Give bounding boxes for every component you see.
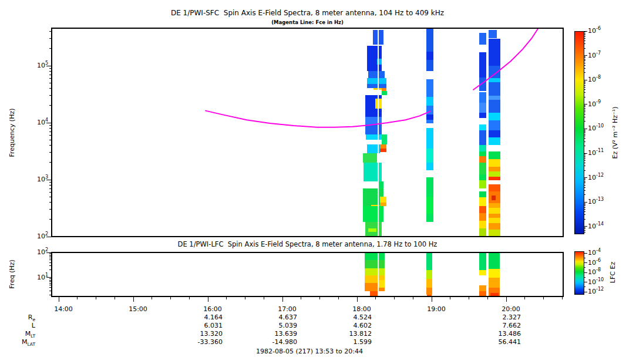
orbit-value: 6.031 xyxy=(170,322,223,329)
spectrogram-cell xyxy=(426,252,432,270)
orbit-row-label: L xyxy=(6,322,35,329)
spectrogram-cell xyxy=(489,66,500,78)
spectrogram-cell xyxy=(426,288,432,295)
spectrogram-cell xyxy=(363,206,383,222)
y-tick-label: 101 xyxy=(27,273,48,281)
spectrogram-cell xyxy=(363,188,383,206)
colorbar-tick-label: 10-9 xyxy=(588,100,614,107)
orbit-row-label: MLT xyxy=(6,331,35,339)
x-tick-label: 19:00 xyxy=(419,306,454,312)
spectrogram-cell xyxy=(479,206,486,214)
spectrogram-cell xyxy=(426,197,433,214)
orbit-value: 4.524 xyxy=(319,314,372,321)
y-tick-label: 102 xyxy=(27,232,48,240)
spectrogram-cell xyxy=(489,278,500,288)
spectrogram-cell xyxy=(479,33,486,45)
orbit-value: 4.164 xyxy=(170,314,223,321)
spectrogram-cell xyxy=(365,268,385,275)
spectrogram-cell xyxy=(479,103,486,113)
spectrogram-cell xyxy=(489,113,500,121)
spectrogram-cell xyxy=(426,279,432,288)
spectrogram-cell xyxy=(489,171,500,177)
spectrogram-cell xyxy=(489,269,500,278)
spectrogram-cell xyxy=(489,96,500,100)
x-tick-label: 18:00 xyxy=(344,306,379,312)
spectrogram-cell xyxy=(479,221,486,229)
colorbar-tick-label: 10-4 xyxy=(588,248,617,256)
spectrogram-cell xyxy=(426,52,433,60)
orbit-value: 13.639 xyxy=(244,331,297,337)
spectrogram-cell xyxy=(479,130,486,145)
spectrogram-cell xyxy=(489,252,500,269)
colorbar-tick-label: 10-6 xyxy=(588,258,617,266)
colorbar-tick-label: 10-12 xyxy=(588,287,617,295)
spectrogram-cell xyxy=(479,197,486,206)
spectrogram-cell xyxy=(479,213,486,221)
lfc-y-axis-label: Freq (Hz) xyxy=(8,259,16,289)
spectrogram-cell xyxy=(365,260,385,268)
spectrogram-cell xyxy=(489,137,500,145)
spectrogram-cell xyxy=(479,145,486,151)
orbit-value: 1.599 xyxy=(319,339,372,345)
spectrogram-cell xyxy=(489,151,500,160)
colorbar-tick-label: 10-12 xyxy=(588,173,614,181)
spectrogram-cell xyxy=(378,252,379,296)
panel-border xyxy=(52,28,563,237)
lfc-colorbar xyxy=(574,251,584,294)
spectrogram-cell xyxy=(489,203,500,208)
x-tick-label: 20:00 xyxy=(493,306,529,312)
spectrogram-cell xyxy=(364,163,382,181)
orbit-value: 56.441 xyxy=(468,339,521,345)
x-tick-label: 16:00 xyxy=(195,306,230,312)
spectrogram-cell xyxy=(370,291,379,296)
spectrogram-cell xyxy=(492,196,496,200)
spectrogram-cell xyxy=(479,291,486,296)
spectrogram-cell xyxy=(489,223,500,230)
spectrogram-cell xyxy=(382,91,387,95)
orbit-row-label: Re xyxy=(6,314,35,322)
spectrogram-cell xyxy=(479,191,486,197)
spectrogram-cell xyxy=(367,84,386,88)
spectrogram-canvas xyxy=(0,0,636,364)
spectrogram-cell xyxy=(479,113,486,119)
spectrogram-cell xyxy=(367,46,382,71)
y-tick-label: 103 xyxy=(27,175,48,183)
date-range-footer: 1982-08-05 (217) 13:53 to 20:44 xyxy=(216,348,403,355)
y-tick-label: 104 xyxy=(27,118,48,126)
colorbar-tick-label: 10-8 xyxy=(588,75,614,83)
spectrogram-cell xyxy=(489,184,500,192)
spectrogram-cell xyxy=(479,180,486,188)
spectrogram-cell xyxy=(368,71,385,79)
spectrogram-cell xyxy=(426,149,433,163)
spectrogram-cell xyxy=(479,270,486,275)
spectrogram-cell xyxy=(378,28,379,237)
spectrogram-figure: DE 1/PWI-SFC Spin Axis E-Field Spectra, … xyxy=(0,0,636,364)
spectrogram-cell xyxy=(382,134,387,144)
spectrogram-cell xyxy=(489,177,500,180)
sfc-panel-title: DE 1/PWI-SFC Spin Axis E-Field Spectra, … xyxy=(52,9,563,17)
spectrogram-cell xyxy=(479,52,486,78)
orbit-value: 13.320 xyxy=(170,331,223,337)
spectrogram-cell xyxy=(489,214,500,218)
spectrogram-cell xyxy=(489,130,500,138)
spectrogram-cell xyxy=(479,285,486,292)
orbit-value: 7.662 xyxy=(468,322,521,329)
colorbar-tick-label: 10-6 xyxy=(588,26,614,34)
orbit-value: 2.327 xyxy=(468,314,521,321)
spectrogram-cell xyxy=(426,270,432,279)
panel-border xyxy=(52,252,563,296)
spectrogram-cell xyxy=(363,153,377,163)
colorbar-tick-label: 10-14 xyxy=(588,222,614,230)
spectrogram-cell xyxy=(479,124,486,130)
x-tick-label: 15:00 xyxy=(120,306,156,312)
spectrogram-cell xyxy=(490,293,499,296)
spectrogram-cell xyxy=(365,124,382,135)
spectrogram-cell xyxy=(489,30,497,39)
orbit-value: -33.360 xyxy=(170,339,223,345)
spectrogram-cell xyxy=(479,151,486,157)
x-tick-label: 17:00 xyxy=(270,306,305,312)
colorbar-tick-label: 10-10 xyxy=(588,278,617,285)
sfc-panel-subtitle: (Magenta Line: Fce in Hz) xyxy=(52,19,563,25)
spectrogram-cell xyxy=(380,197,386,203)
spectrogram-cell xyxy=(426,97,433,106)
